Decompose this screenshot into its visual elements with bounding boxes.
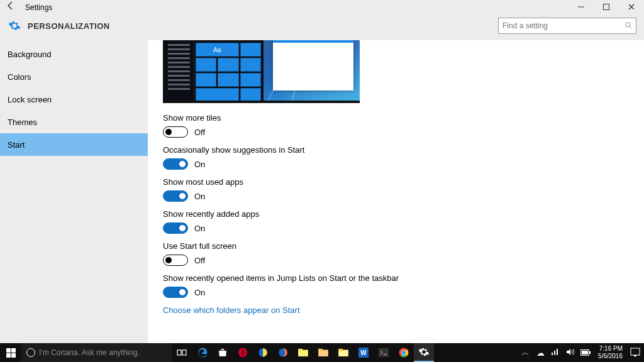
setting-5: Show recently opened items in Jump Lists…	[163, 273, 644, 298]
system-tray[interactable]: ︿ ☁	[516, 347, 594, 358]
svg-rect-1	[604, 4, 609, 10]
setting-toggle[interactable]	[163, 287, 188, 298]
start-preview: Aa	[163, 40, 360, 103]
sidebar-item-label: Background	[8, 50, 51, 59]
setting-state: Off	[194, 256, 205, 265]
choose-folders-link[interactable]: Choose which folders appear on Start	[163, 305, 644, 315]
sidebar-item-start[interactable]: Start	[0, 133, 148, 156]
gear-icon	[8, 19, 21, 33]
svg-rect-13	[318, 349, 323, 351]
setting-toggle[interactable]	[163, 190, 188, 202]
setting-toggle[interactable]	[163, 255, 188, 266]
setting-3: Show recently added appsOn	[163, 209, 644, 234]
setting-state: On	[194, 224, 205, 233]
setting-label: Show recently added apps	[163, 209, 644, 219]
preview-tile-aa: Aa	[196, 43, 239, 57]
svg-rect-5	[182, 350, 186, 355]
setting-toggle[interactable]	[163, 222, 188, 234]
sidebar-item-label: Start	[8, 140, 25, 150]
svg-rect-25	[582, 351, 588, 354]
taskbar-chrome-icon[interactable]	[394, 343, 414, 362]
content-area: Aa Show more tilesOffOccasionally show s…	[148, 40, 644, 343]
svg-point-23	[402, 351, 406, 354]
setting-toggle[interactable]	[163, 158, 188, 170]
setting-1: Occasionally show suggestions in StartOn	[163, 145, 644, 170]
svg-rect-15	[338, 349, 343, 351]
title-bar: Settings	[0, 0, 644, 15]
taskbar-folder2-icon[interactable]	[313, 343, 333, 362]
svg-rect-4	[177, 350, 181, 355]
setting-label: Use Start full screen	[163, 241, 644, 251]
settings-search[interactable]	[498, 18, 636, 34]
tray-chevron-up-icon[interactable]: ︿	[520, 347, 530, 358]
setting-label: Show recently opened items in Jump Lists…	[163, 273, 644, 283]
back-button[interactable]	[0, 0, 21, 15]
sidebar: Background Colors Lock screen Themes Sta…	[0, 40, 148, 343]
taskbar-store-icon[interactable]	[213, 343, 233, 362]
close-button[interactable]	[619, 0, 644, 15]
svg-point-7	[241, 349, 245, 356]
taskbar-settings-icon[interactable]	[414, 343, 434, 362]
setting-state: On	[194, 192, 205, 201]
taskbar-clock[interactable]: 7:16 PM 5/6/2016	[594, 345, 626, 360]
setting-label: Show more tiles	[163, 113, 644, 123]
sidebar-item-colors[interactable]: Colors	[0, 65, 148, 88]
svg-text:W: W	[360, 349, 367, 356]
clock-time: 7:16 PM	[598, 345, 623, 353]
taskbar-opera-icon[interactable]	[233, 343, 253, 362]
sidebar-item-lock-screen[interactable]: Lock screen	[0, 88, 148, 111]
taskbar-edge-icon[interactable]	[192, 343, 213, 362]
sidebar-item-label: Colors	[8, 72, 31, 82]
setting-2: Show most used appsOn	[163, 177, 644, 202]
start-button[interactable]	[0, 343, 21, 362]
setting-0: Show more tilesOff	[163, 113, 644, 138]
taskbar-firefox-icon[interactable]	[273, 343, 293, 362]
minimize-button[interactable]	[569, 0, 594, 15]
settings-search-input[interactable]	[499, 21, 621, 30]
tray-battery-icon[interactable]	[580, 348, 591, 358]
tray-network-icon[interactable]	[550, 348, 560, 358]
setting-label: Show most used apps	[163, 177, 644, 187]
setting-label: Occasionally show suggestions in Start	[163, 145, 644, 155]
svg-line-3	[630, 26, 631, 28]
window-title: Settings	[25, 3, 52, 12]
setting-state: On	[194, 160, 205, 169]
maximize-button[interactable]	[594, 0, 619, 15]
taskbar-app-icon[interactable]	[253, 343, 273, 362]
svg-point-2	[626, 22, 631, 27]
cortana-placeholder: I'm Cortana. Ask me anything.	[39, 348, 140, 357]
svg-rect-18	[379, 348, 389, 357]
svg-rect-26	[589, 351, 591, 354]
page-header: PERSONALIZATION	[0, 15, 644, 40]
task-view-button[interactable]	[172, 343, 192, 362]
setting-state: Off	[194, 128, 205, 137]
sidebar-item-themes[interactable]: Themes	[0, 111, 148, 133]
action-center-button[interactable]	[626, 343, 644, 362]
windows-logo-icon	[6, 348, 16, 358]
taskbar-folder-icon[interactable]	[293, 343, 313, 362]
taskbar-word-icon[interactable]: W	[353, 343, 374, 362]
tray-volume-icon[interactable]	[565, 348, 575, 358]
setting-state: On	[194, 288, 205, 297]
sidebar-item-label: Themes	[8, 118, 37, 127]
sidebar-item-label: Lock screen	[8, 95, 52, 104]
tray-onedrive-icon[interactable]: ☁	[535, 348, 545, 358]
sidebar-item-background[interactable]: Background	[0, 43, 148, 65]
search-icon	[621, 21, 636, 31]
cortana-circle-icon	[26, 348, 35, 357]
setting-toggle[interactable]	[163, 126, 188, 138]
setting-4: Use Start full screenOff	[163, 241, 644, 266]
svg-rect-27	[631, 348, 640, 355]
cortana-search[interactable]: I'm Cortana. Ask me anything.	[21, 343, 172, 362]
clock-date: 5/6/2016	[598, 353, 623, 360]
page-title: PERSONALIZATION	[28, 21, 110, 31]
taskbar-explorer-icon[interactable]	[333, 343, 353, 362]
svg-rect-11	[298, 349, 303, 351]
os-taskbar: I'm Cortana. Ask me anything. W ︿ ☁ 7:16…	[0, 343, 644, 362]
taskbar-terminal-icon[interactable]	[374, 343, 394, 362]
